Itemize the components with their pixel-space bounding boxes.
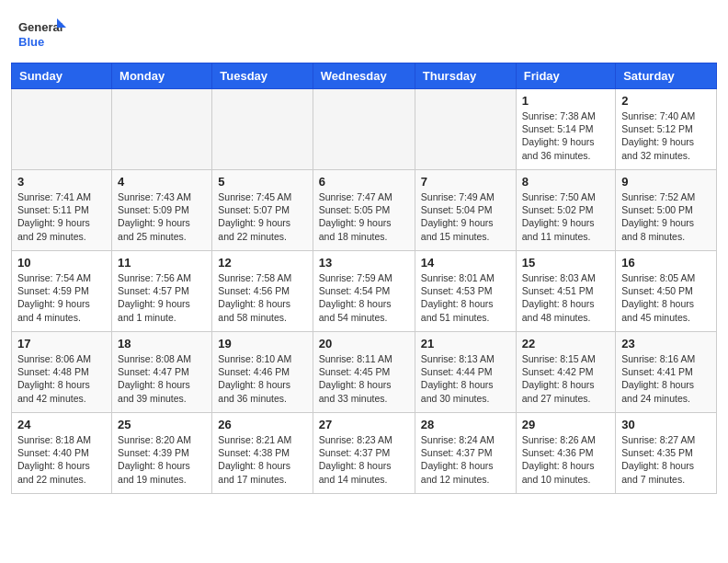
calendar-cell: 3Sunrise: 7:41 AM Sunset: 5:11 PM Daylig… bbox=[12, 170, 112, 251]
calendar-cell: 24Sunrise: 8:18 AM Sunset: 4:40 PM Dayli… bbox=[12, 413, 112, 494]
calendar-cell: 1Sunrise: 7:38 AM Sunset: 5:14 PM Daylig… bbox=[516, 89, 615, 170]
day-info: Sunrise: 8:06 AM Sunset: 4:48 PM Dayligh… bbox=[17, 352, 106, 405]
day-number: 13 bbox=[319, 256, 409, 270]
calendar-table: SundayMondayTuesdayWednesdayThursdayFrid… bbox=[11, 63, 717, 494]
calendar-cell: 30Sunrise: 8:27 AM Sunset: 4:35 PM Dayli… bbox=[616, 413, 717, 494]
calendar-body: 1Sunrise: 7:38 AM Sunset: 5:14 PM Daylig… bbox=[12, 89, 717, 494]
day-number: 20 bbox=[319, 337, 409, 350]
day-info: Sunrise: 8:11 AM Sunset: 4:45 PM Dayligh… bbox=[319, 352, 409, 405]
day-number: 30 bbox=[621, 418, 711, 431]
day-number: 16 bbox=[621, 256, 711, 270]
day-info: Sunrise: 8:08 AM Sunset: 4:47 PM Dayligh… bbox=[118, 352, 206, 405]
day-number: 4 bbox=[118, 175, 206, 189]
day-info: Sunrise: 8:03 AM Sunset: 4:51 PM Dayligh… bbox=[522, 271, 609, 324]
day-number: 5 bbox=[218, 175, 306, 189]
calendar-cell: 7Sunrise: 7:49 AM Sunset: 5:04 PM Daylig… bbox=[415, 170, 516, 251]
calendar-cell: 23Sunrise: 8:16 AM Sunset: 4:41 PM Dayli… bbox=[616, 332, 717, 413]
day-info: Sunrise: 8:20 AM Sunset: 4:39 PM Dayligh… bbox=[118, 433, 206, 486]
calendar-cell: 15Sunrise: 8:03 AM Sunset: 4:51 PM Dayli… bbox=[516, 251, 615, 332]
calendar-cell: 13Sunrise: 7:59 AM Sunset: 4:54 PM Dayli… bbox=[313, 251, 415, 332]
day-info: Sunrise: 7:43 AM Sunset: 5:09 PM Dayligh… bbox=[118, 190, 206, 243]
calendar-cell: 21Sunrise: 8:13 AM Sunset: 4:44 PM Dayli… bbox=[415, 332, 516, 413]
calendar-cell: 25Sunrise: 8:20 AM Sunset: 4:39 PM Dayli… bbox=[112, 413, 212, 494]
calendar-cell: 20Sunrise: 8:11 AM Sunset: 4:45 PM Dayli… bbox=[313, 332, 415, 413]
calendar-cell: 11Sunrise: 7:56 AM Sunset: 4:57 PM Dayli… bbox=[112, 251, 212, 332]
column-header-tuesday: Tuesday bbox=[212, 63, 313, 89]
calendar-cell bbox=[12, 89, 112, 170]
day-number: 10 bbox=[17, 256, 106, 270]
calendar-cell: 4Sunrise: 7:43 AM Sunset: 5:09 PM Daylig… bbox=[112, 170, 212, 251]
calendar-cell bbox=[112, 89, 212, 170]
day-info: Sunrise: 7:41 AM Sunset: 5:11 PM Dayligh… bbox=[17, 190, 106, 243]
day-info: Sunrise: 8:26 AM Sunset: 4:36 PM Dayligh… bbox=[522, 433, 609, 486]
day-number: 22 bbox=[522, 337, 609, 350]
day-info: Sunrise: 8:21 AM Sunset: 4:38 PM Dayligh… bbox=[218, 433, 306, 486]
day-info: Sunrise: 7:59 AM Sunset: 4:54 PM Dayligh… bbox=[319, 271, 409, 324]
day-number: 1 bbox=[522, 94, 609, 108]
day-number: 7 bbox=[421, 175, 510, 189]
day-number: 11 bbox=[118, 256, 206, 270]
column-header-sunday: Sunday bbox=[12, 63, 112, 89]
week-row-4: 17Sunrise: 8:06 AM Sunset: 4:48 PM Dayli… bbox=[12, 332, 717, 413]
day-number: 18 bbox=[118, 337, 206, 350]
day-info: Sunrise: 8:15 AM Sunset: 4:42 PM Dayligh… bbox=[522, 352, 609, 405]
day-info: Sunrise: 7:49 AM Sunset: 5:04 PM Dayligh… bbox=[421, 190, 510, 243]
column-header-thursday: Thursday bbox=[415, 63, 516, 89]
calendar-cell: 27Sunrise: 8:23 AM Sunset: 4:37 PM Dayli… bbox=[313, 413, 415, 494]
day-info: Sunrise: 8:16 AM Sunset: 4:41 PM Dayligh… bbox=[621, 352, 711, 405]
day-number: 26 bbox=[218, 418, 306, 431]
calendar-cell: 10Sunrise: 7:54 AM Sunset: 4:59 PM Dayli… bbox=[12, 251, 112, 332]
day-number: 25 bbox=[118, 418, 206, 431]
calendar-cell: 5Sunrise: 7:45 AM Sunset: 5:07 PM Daylig… bbox=[212, 170, 313, 251]
day-info: Sunrise: 8:13 AM Sunset: 4:44 PM Dayligh… bbox=[421, 352, 510, 405]
calendar-cell: 28Sunrise: 8:24 AM Sunset: 4:37 PM Dayli… bbox=[415, 413, 516, 494]
day-number: 24 bbox=[17, 418, 106, 431]
day-number: 28 bbox=[421, 418, 510, 431]
calendar-cell: 9Sunrise: 7:52 AM Sunset: 5:00 PM Daylig… bbox=[616, 170, 717, 251]
day-info: Sunrise: 8:01 AM Sunset: 4:53 PM Dayligh… bbox=[421, 271, 510, 324]
day-number: 19 bbox=[218, 337, 306, 350]
day-info: Sunrise: 7:38 AM Sunset: 5:14 PM Dayligh… bbox=[522, 109, 609, 162]
page-header: General Blue bbox=[0, 0, 728, 63]
day-info: Sunrise: 7:45 AM Sunset: 5:07 PM Dayligh… bbox=[218, 190, 306, 243]
calendar-cell: 6Sunrise: 7:47 AM Sunset: 5:05 PM Daylig… bbox=[313, 170, 415, 251]
day-info: Sunrise: 7:58 AM Sunset: 4:56 PM Dayligh… bbox=[218, 271, 306, 324]
calendar-cell: 22Sunrise: 8:15 AM Sunset: 4:42 PM Dayli… bbox=[516, 332, 615, 413]
day-info: Sunrise: 7:52 AM Sunset: 5:00 PM Dayligh… bbox=[621, 190, 711, 243]
day-info: Sunrise: 7:56 AM Sunset: 4:57 PM Dayligh… bbox=[118, 271, 206, 324]
day-info: Sunrise: 7:40 AM Sunset: 5:12 PM Dayligh… bbox=[621, 109, 711, 162]
column-header-wednesday: Wednesday bbox=[313, 63, 415, 89]
day-info: Sunrise: 8:10 AM Sunset: 4:46 PM Dayligh… bbox=[218, 352, 306, 405]
day-number: 9 bbox=[621, 175, 711, 189]
calendar-cell: 8Sunrise: 7:50 AM Sunset: 5:02 PM Daylig… bbox=[516, 170, 615, 251]
day-number: 6 bbox=[319, 175, 409, 189]
week-row-3: 10Sunrise: 7:54 AM Sunset: 4:59 PM Dayli… bbox=[12, 251, 717, 332]
day-number: 2 bbox=[621, 94, 711, 108]
week-row-5: 24Sunrise: 8:18 AM Sunset: 4:40 PM Dayli… bbox=[12, 413, 717, 494]
day-number: 14 bbox=[421, 256, 510, 270]
day-number: 21 bbox=[421, 337, 510, 350]
calendar-cell: 18Sunrise: 8:08 AM Sunset: 4:47 PM Dayli… bbox=[112, 332, 212, 413]
day-info: Sunrise: 8:27 AM Sunset: 4:35 PM Dayligh… bbox=[621, 433, 711, 486]
logo: General Blue bbox=[18, 17, 66, 55]
day-number: 3 bbox=[17, 175, 106, 189]
week-row-1: 1Sunrise: 7:38 AM Sunset: 5:14 PM Daylig… bbox=[12, 89, 717, 170]
week-row-2: 3Sunrise: 7:41 AM Sunset: 5:11 PM Daylig… bbox=[12, 170, 717, 251]
day-number: 8 bbox=[522, 175, 609, 189]
calendar-cell: 26Sunrise: 8:21 AM Sunset: 4:38 PM Dayli… bbox=[212, 413, 313, 494]
calendar-cell: 29Sunrise: 8:26 AM Sunset: 4:36 PM Dayli… bbox=[516, 413, 615, 494]
calendar-cell: 2Sunrise: 7:40 AM Sunset: 5:12 PM Daylig… bbox=[616, 89, 717, 170]
day-info: Sunrise: 8:18 AM Sunset: 4:40 PM Dayligh… bbox=[17, 433, 106, 486]
calendar-cell: 17Sunrise: 8:06 AM Sunset: 4:48 PM Dayli… bbox=[12, 332, 112, 413]
calendar-cell bbox=[313, 89, 415, 170]
day-info: Sunrise: 8:24 AM Sunset: 4:37 PM Dayligh… bbox=[421, 433, 510, 486]
logo-svg: General Blue bbox=[18, 17, 66, 55]
day-number: 15 bbox=[522, 256, 609, 270]
calendar-cell: 12Sunrise: 7:58 AM Sunset: 4:56 PM Dayli… bbox=[212, 251, 313, 332]
calendar-cell: 14Sunrise: 8:01 AM Sunset: 4:53 PM Dayli… bbox=[415, 251, 516, 332]
day-number: 12 bbox=[218, 256, 306, 270]
calendar-cell bbox=[415, 89, 516, 170]
calendar-cell: 16Sunrise: 8:05 AM Sunset: 4:50 PM Dayli… bbox=[616, 251, 717, 332]
day-number: 27 bbox=[319, 418, 409, 431]
day-number: 29 bbox=[522, 418, 609, 431]
